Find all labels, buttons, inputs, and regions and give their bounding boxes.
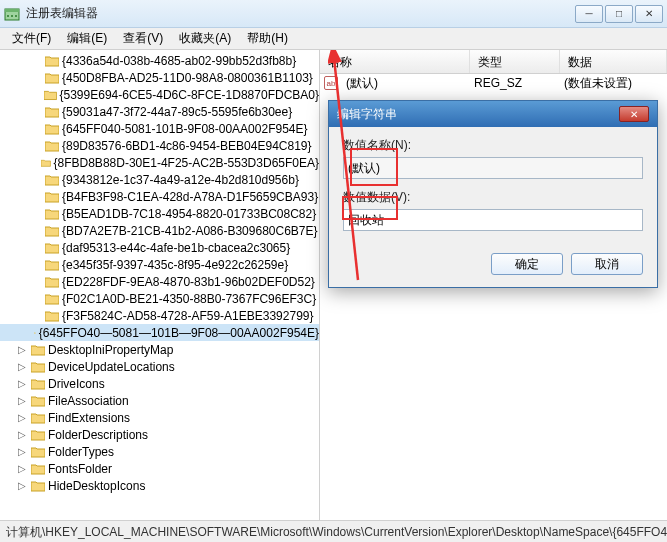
col-data[interactable]: 数据 <box>560 50 667 73</box>
svg-rect-1 <box>5 9 19 12</box>
minimize-button[interactable]: ─ <box>575 5 603 23</box>
col-type[interactable]: 类型 <box>470 50 560 73</box>
tree-node-label: DeviceUpdateLocations <box>48 360 175 374</box>
list-row[interactable]: ab (默认) REG_SZ (数值未设置) <box>320 74 667 92</box>
tree-node-label: {F3F5824C-AD58-4728-AF59-A1EBE3392799} <box>62 309 314 323</box>
tree-node-label: {89D83576-6BD1-4c86-9454-BEB04E94C819} <box>62 139 312 153</box>
tree-node-label: FolderTypes <box>48 445 114 459</box>
value-data-label: 数值数据(V): <box>343 189 643 206</box>
tree-node-label: {e345f35f-9397-435c-8f95-4e922c26259e} <box>62 258 288 272</box>
tree-node[interactable]: {e345f35f-9397-435c-8f95-4e922c26259e} <box>0 256 319 273</box>
tree-node[interactable]: {F3F5824C-AD58-4728-AF59-A1EBE3392799} <box>0 307 319 324</box>
tree-node[interactable]: {ED228FDF-9EA8-4870-83b1-96b02DEF0D52} <box>0 273 319 290</box>
tree-node-label: FileAssociation <box>48 394 129 408</box>
menu-help[interactable]: 帮助(H) <box>239 28 296 49</box>
tree-node-label: {645FF040-5081-101B-9F08-00AA002F954E} <box>62 122 308 136</box>
maximize-button[interactable]: □ <box>605 5 633 23</box>
tree-expander-icon[interactable]: ▷ <box>16 446 28 457</box>
tree-node[interactable]: {59031a47-3f72-44a7-89c5-5595fe6b30ee} <box>0 103 319 120</box>
menu-edit[interactable]: 编辑(E) <box>59 28 115 49</box>
tree-expander-icon[interactable]: ▷ <box>16 480 28 491</box>
tree-node[interactable]: ▷FolderDescriptions <box>0 426 319 443</box>
svg-point-2 <box>7 15 9 17</box>
tree-expander-icon[interactable]: ▷ <box>16 412 28 423</box>
list-header: 名称 类型 数据 <box>320 50 667 74</box>
tree-node[interactable]: {B4FB3F98-C1EA-428d-A78A-D1F5659CBA93} <box>0 188 319 205</box>
tree-node[interactable]: {9343812e-1c37-4a49-a12e-4b2d810d956b} <box>0 171 319 188</box>
cancel-button[interactable]: 取消 <box>571 253 643 275</box>
tree-node-label: {F02C1A0D-BE21-4350-88B0-7367FC96EF3C} <box>62 292 316 306</box>
cell-name: (默认) <box>342 75 470 92</box>
value-name-label: 数值名称(N): <box>343 137 643 154</box>
titlebar: 注册表编辑器 ─ □ ✕ <box>0 0 667 28</box>
ok-button[interactable]: 确定 <box>491 253 563 275</box>
tree-node-label: DesktopIniPropertyMap <box>48 343 173 357</box>
tree-node[interactable]: ▷FontsFolder <box>0 460 319 477</box>
tree-node[interactable]: ▷DeviceUpdateLocations <box>0 358 319 375</box>
tree-node-label: {B4FB3F98-C1EA-428d-A78A-D1F5659CBA93} <box>62 190 318 204</box>
cell-type: REG_SZ <box>470 76 560 90</box>
menu-view[interactable]: 查看(V) <box>115 28 171 49</box>
tree-node-label: FindExtensions <box>48 411 130 425</box>
tree-node-label: {8FBD8B88D-30E1-4F25-AC2B-553D3D65F0EA} <box>54 156 319 170</box>
string-value-icon: ab <box>324 76 338 90</box>
tree-node-label: {daf95313-e44c-4afe-be1b-cbacea2c3065} <box>62 241 290 255</box>
tree-node[interactable]: {daf95313-e44c-4afe-be1b-cbacea2c3065} <box>0 239 319 256</box>
tree-node[interactable]: {89D83576-6BD1-4c86-9454-BEB04E94C819} <box>0 137 319 154</box>
tree-node-label: {5399E694-6CE5-4D6C-8FCE-1D8870FDCBA0} <box>60 88 319 102</box>
tree-expander-icon[interactable]: ▷ <box>16 463 28 474</box>
tree-node[interactable]: ▷FolderTypes <box>0 443 319 460</box>
edit-string-dialog: 编辑字符串 ✕ 数值名称(N): 数值数据(V): 确定 取消 <box>328 100 658 288</box>
tree-node[interactable]: {4336a54d-038b-4685-ab02-99bb52d3fb8b} <box>0 52 319 69</box>
tree-node-label: {450D8FBA-AD25-11D0-98A8-0800361B1103} <box>62 71 313 85</box>
tree-node[interactable]: {8FBD8B88D-30E1-4F25-AC2B-553D3D65F0EA} <box>0 154 319 171</box>
tree-node[interactable]: ▷DriveIcons <box>0 375 319 392</box>
tree-node-label: FontsFolder <box>48 462 112 476</box>
tree-expander-icon[interactable]: ▷ <box>16 344 28 355</box>
tree-node-label: {B5EAD1DB-7C18-4954-8820-01733BC08C82} <box>62 207 316 221</box>
tree-node[interactable]: ▷DesktopIniPropertyMap <box>0 341 319 358</box>
tree-pane[interactable]: {4336a54d-038b-4685-ab02-99bb52d3fb8b}{4… <box>0 50 320 520</box>
tree-node-label: {BD7A2E7B-21CB-41b2-A086-B309680C6B7E} <box>62 224 318 238</box>
tree-node-label: {ED228FDF-9EA8-4870-83b1-96b02DEF0D52} <box>62 275 315 289</box>
value-name-input[interactable] <box>343 157 643 179</box>
tree-node[interactable]: ▷FindExtensions <box>0 409 319 426</box>
menubar: 文件(F) 编辑(E) 查看(V) 收藏夹(A) 帮助(H) <box>0 28 667 50</box>
tree-node[interactable]: {BD7A2E7B-21CB-41b2-A086-B309680C6B7E} <box>0 222 319 239</box>
tree-node[interactable]: {5399E694-6CE5-4D6C-8FCE-1D8870FDCBA0} <box>0 86 319 103</box>
tree-expander-icon[interactable]: ▷ <box>16 378 28 389</box>
tree-node-label: {59031a47-3f72-44a7-89c5-5595fe6b30ee} <box>62 105 292 119</box>
tree-node[interactable]: ▷FileAssociation <box>0 392 319 409</box>
tree-node-label: FolderDescriptions <box>48 428 148 442</box>
tree-node[interactable]: ▷HideDesktopIcons <box>0 477 319 494</box>
tree-expander-icon[interactable]: ▷ <box>16 395 28 406</box>
tree-node[interactable]: {450D8FBA-AD25-11D0-98A8-0800361B1103} <box>0 69 319 86</box>
col-name[interactable]: 名称 <box>320 50 470 73</box>
tree-node-label: {9343812e-1c37-4a49-a12e-4b2d810d956b} <box>62 173 299 187</box>
tree-node-label: DriveIcons <box>48 377 105 391</box>
tree-node[interactable]: {B5EAD1DB-7C18-4954-8820-01733BC08C82} <box>0 205 319 222</box>
menu-favorites[interactable]: 收藏夹(A) <box>171 28 239 49</box>
svg-point-4 <box>15 15 17 17</box>
value-data-input[interactable] <box>343 209 643 231</box>
tree-node[interactable]: {F02C1A0D-BE21-4350-88B0-7367FC96EF3C} <box>0 290 319 307</box>
tree-node[interactable]: {645FFO40—5081—101B—9F08—00AA002F954E} <box>0 324 319 341</box>
svg-point-3 <box>11 15 13 17</box>
tree-expander-icon[interactable]: ▷ <box>16 429 28 440</box>
statusbar: 计算机\HKEY_LOCAL_MACHINE\SOFTWARE\Microsof… <box>0 520 667 542</box>
tree-expander-icon[interactable]: ▷ <box>16 361 28 372</box>
dialog-title-text: 编辑字符串 <box>337 106 619 123</box>
window-title: 注册表编辑器 <box>26 5 575 22</box>
cell-data: (数值未设置) <box>560 75 636 92</box>
dialog-close-button[interactable]: ✕ <box>619 106 649 122</box>
regedit-icon <box>4 6 20 22</box>
close-button[interactable]: ✕ <box>635 5 663 23</box>
menu-file[interactable]: 文件(F) <box>4 28 59 49</box>
dialog-titlebar[interactable]: 编辑字符串 ✕ <box>329 101 657 127</box>
tree-node-label: {645FFO40—5081—101B—9F08—00AA002F954E} <box>39 326 319 340</box>
tree-node-label: HideDesktopIcons <box>48 479 145 493</box>
tree-node-label: {4336a54d-038b-4685-ab02-99bb52d3fb8b} <box>62 54 296 68</box>
tree-node[interactable]: {645FF040-5081-101B-9F08-00AA002F954E} <box>0 120 319 137</box>
